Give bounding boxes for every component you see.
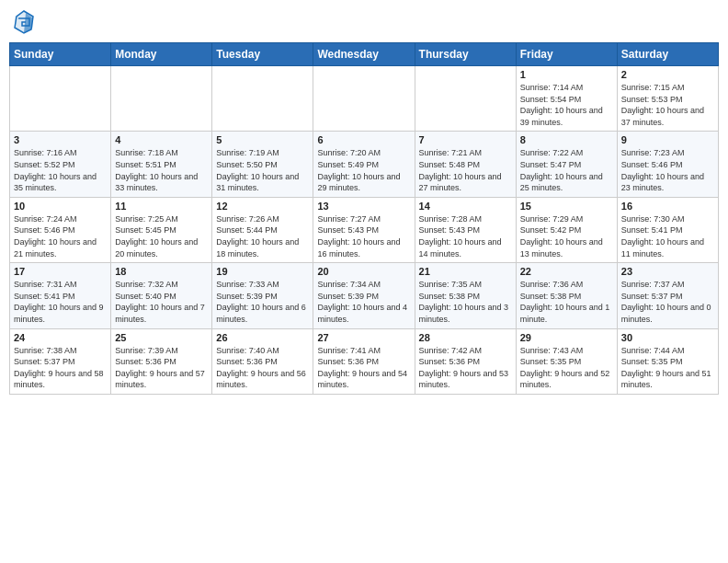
day-info: Sunrise: 7:25 AMSunset: 5:45 PMDaylight:…: [115, 213, 208, 259]
calendar-week-row: 3Sunrise: 7:16 AMSunset: 5:52 PMDaylight…: [10, 132, 719, 197]
calendar-cell: 19Sunrise: 7:33 AMSunset: 5:39 PMDayligh…: [212, 263, 313, 328]
calendar-week-row: 24Sunrise: 7:38 AMSunset: 5:37 PMDayligh…: [10, 328, 719, 394]
day-info: Sunrise: 7:26 AMSunset: 5:44 PMDaylight:…: [216, 213, 309, 259]
calendar-cell: 13Sunrise: 7:27 AMSunset: 5:43 PMDayligh…: [313, 197, 415, 262]
calendar-cell: 7Sunrise: 7:21 AMSunset: 5:48 PMDaylight…: [415, 132, 516, 197]
day-number: 8: [520, 134, 613, 145]
day-number: 23: [621, 266, 714, 277]
calendar-week-row: 1Sunrise: 7:14 AMSunset: 5:54 PMDaylight…: [10, 66, 719, 132]
day-number: 22: [520, 266, 613, 277]
calendar-cell: 2Sunrise: 7:15 AMSunset: 5:53 PMDaylight…: [617, 66, 718, 132]
day-info: Sunrise: 7:30 AMSunset: 5:41 PMDaylight:…: [621, 213, 714, 259]
day-info: Sunrise: 7:31 AMSunset: 5:41 PMDaylight:…: [14, 279, 107, 325]
day-info: Sunrise: 7:29 AMSunset: 5:42 PMDaylight:…: [520, 213, 613, 259]
day-number: 14: [419, 201, 512, 212]
day-info: Sunrise: 7:21 AMSunset: 5:48 PMDaylight:…: [419, 147, 512, 193]
day-number: 7: [419, 134, 512, 145]
calendar-cell: 28Sunrise: 7:42 AMSunset: 5:36 PMDayligh…: [415, 328, 516, 394]
day-number: 21: [419, 266, 512, 277]
calendar-cell: 1Sunrise: 7:14 AMSunset: 5:54 PMDaylight…: [516, 66, 617, 132]
calendar-cell: 11Sunrise: 7:25 AMSunset: 5:45 PMDayligh…: [111, 197, 212, 262]
calendar-cell: 21Sunrise: 7:35 AMSunset: 5:38 PMDayligh…: [415, 263, 516, 328]
day-number: 16: [621, 201, 714, 212]
day-number: 5: [216, 134, 309, 145]
day-number: 18: [115, 266, 208, 277]
day-number: 26: [216, 332, 309, 343]
calendar-cell: [415, 66, 516, 132]
calendar-cell: 20Sunrise: 7:34 AMSunset: 5:39 PMDayligh…: [313, 263, 415, 328]
calendar-cell: 3Sunrise: 7:16 AMSunset: 5:52 PMDaylight…: [10, 132, 111, 197]
calendar-cell: [111, 66, 212, 132]
day-info: Sunrise: 7:42 AMSunset: 5:36 PMDaylight:…: [419, 345, 512, 391]
day-number: 15: [520, 201, 613, 212]
day-number: 9: [621, 134, 714, 145]
page-header: [9, 9, 719, 35]
day-info: Sunrise: 7:15 AMSunset: 5:53 PMDaylight:…: [621, 82, 714, 128]
day-info: Sunrise: 7:23 AMSunset: 5:46 PMDaylight:…: [621, 147, 714, 193]
day-number: 2: [621, 69, 714, 80]
calendar-cell: 10Sunrise: 7:24 AMSunset: 5:46 PMDayligh…: [10, 197, 111, 262]
day-info: Sunrise: 7:38 AMSunset: 5:37 PMDaylight:…: [14, 345, 107, 391]
calendar-cell: 18Sunrise: 7:32 AMSunset: 5:40 PMDayligh…: [111, 263, 212, 328]
day-number: 4: [115, 134, 208, 145]
day-number: 13: [317, 201, 410, 212]
calendar-cell: 16Sunrise: 7:30 AMSunset: 5:41 PMDayligh…: [617, 197, 718, 262]
day-number: 3: [14, 134, 107, 145]
calendar-cell: 14Sunrise: 7:28 AMSunset: 5:43 PMDayligh…: [415, 197, 516, 262]
day-info: Sunrise: 7:27 AMSunset: 5:43 PMDaylight:…: [317, 213, 410, 259]
calendar-cell: 12Sunrise: 7:26 AMSunset: 5:44 PMDayligh…: [212, 197, 313, 262]
day-number: 25: [115, 332, 208, 343]
day-number: 27: [317, 332, 410, 343]
calendar-cell: 5Sunrise: 7:19 AMSunset: 5:50 PMDaylight…: [212, 132, 313, 197]
day-info: Sunrise: 7:19 AMSunset: 5:50 PMDaylight:…: [216, 147, 309, 193]
calendar-cell: 23Sunrise: 7:37 AMSunset: 5:37 PMDayligh…: [617, 263, 718, 328]
weekday-header-row: SundayMondayTuesdayWednesdayThursdayFrid…: [10, 43, 719, 66]
day-info: Sunrise: 7:35 AMSunset: 5:38 PMDaylight:…: [419, 279, 512, 325]
day-info: Sunrise: 7:20 AMSunset: 5:49 PMDaylight:…: [317, 147, 410, 193]
calendar-week-row: 10Sunrise: 7:24 AMSunset: 5:46 PMDayligh…: [10, 197, 719, 262]
day-number: 28: [419, 332, 512, 343]
calendar-cell: 24Sunrise: 7:38 AMSunset: 5:37 PMDayligh…: [10, 328, 111, 394]
day-info: Sunrise: 7:24 AMSunset: 5:46 PMDaylight:…: [14, 213, 107, 259]
weekday-header: Thursday: [415, 43, 516, 66]
calendar-cell: 25Sunrise: 7:39 AMSunset: 5:36 PMDayligh…: [111, 328, 212, 394]
calendar: SundayMondayTuesdayWednesdayThursdayFrid…: [9, 42, 719, 395]
day-number: 11: [115, 201, 208, 212]
calendar-cell: 26Sunrise: 7:40 AMSunset: 5:36 PMDayligh…: [212, 328, 313, 394]
weekday-header: Friday: [516, 43, 617, 66]
day-info: Sunrise: 7:14 AMSunset: 5:54 PMDaylight:…: [520, 82, 613, 128]
day-info: Sunrise: 7:16 AMSunset: 5:52 PMDaylight:…: [14, 147, 107, 193]
day-info: Sunrise: 7:18 AMSunset: 5:51 PMDaylight:…: [115, 147, 208, 193]
calendar-cell: 30Sunrise: 7:44 AMSunset: 5:35 PMDayligh…: [617, 328, 718, 394]
calendar-cell: 9Sunrise: 7:23 AMSunset: 5:46 PMDaylight…: [617, 132, 718, 197]
calendar-cell: 27Sunrise: 7:41 AMSunset: 5:36 PMDayligh…: [313, 328, 415, 394]
day-number: 12: [216, 201, 309, 212]
day-number: 29: [520, 332, 613, 343]
calendar-cell: 6Sunrise: 7:20 AMSunset: 5:49 PMDaylight…: [313, 132, 415, 197]
day-info: Sunrise: 7:44 AMSunset: 5:35 PMDaylight:…: [621, 345, 714, 391]
day-info: Sunrise: 7:39 AMSunset: 5:36 PMDaylight:…: [115, 345, 208, 391]
day-number: 10: [14, 201, 107, 212]
day-info: Sunrise: 7:37 AMSunset: 5:37 PMDaylight:…: [621, 279, 714, 325]
calendar-cell: 29Sunrise: 7:43 AMSunset: 5:35 PMDayligh…: [516, 328, 617, 394]
logo: [13, 9, 37, 35]
calendar-cell: 17Sunrise: 7:31 AMSunset: 5:41 PMDayligh…: [10, 263, 111, 328]
day-number: 24: [14, 332, 107, 343]
day-info: Sunrise: 7:22 AMSunset: 5:47 PMDaylight:…: [520, 147, 613, 193]
day-number: 20: [317, 266, 410, 277]
day-info: Sunrise: 7:41 AMSunset: 5:36 PMDaylight:…: [317, 345, 410, 391]
weekday-header: Saturday: [617, 43, 718, 66]
day-info: Sunrise: 7:40 AMSunset: 5:36 PMDaylight:…: [216, 345, 309, 391]
day-number: 1: [520, 69, 613, 80]
logo-icon: [13, 9, 35, 35]
day-info: Sunrise: 7:34 AMSunset: 5:39 PMDaylight:…: [317, 279, 410, 325]
day-info: Sunrise: 7:28 AMSunset: 5:43 PMDaylight:…: [419, 213, 512, 259]
calendar-cell: 22Sunrise: 7:36 AMSunset: 5:38 PMDayligh…: [516, 263, 617, 328]
weekday-header: Wednesday: [313, 43, 415, 66]
calendar-cell: [10, 66, 111, 132]
weekday-header: Sunday: [10, 43, 111, 66]
calendar-cell: 15Sunrise: 7:29 AMSunset: 5:42 PMDayligh…: [516, 197, 617, 262]
calendar-cell: [313, 66, 415, 132]
day-info: Sunrise: 7:33 AMSunset: 5:39 PMDaylight:…: [216, 279, 309, 325]
day-info: Sunrise: 7:43 AMSunset: 5:35 PMDaylight:…: [520, 345, 613, 391]
